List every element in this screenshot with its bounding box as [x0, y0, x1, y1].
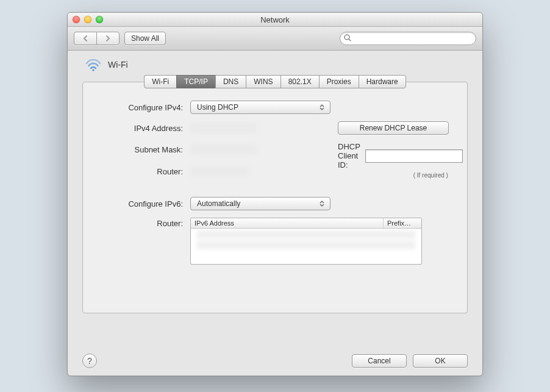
search-input[interactable] [340, 32, 476, 45]
help-button[interactable]: ? [82, 354, 97, 368]
minimize-window-button[interactable] [84, 16, 91, 23]
router-v6-label: Router: [98, 218, 183, 228]
ipv6-row [197, 241, 415, 249]
zoom-window-button[interactable] [96, 16, 103, 23]
dhcp-client-id-label: DHCP Client ID: [338, 142, 360, 169]
configure-ipv4-value: Using DHCP [197, 103, 238, 112]
ipv6-table-header: IPv6 Address Prefix… [191, 218, 421, 229]
bottom-bar: ? Cancel OK [68, 354, 482, 368]
ipv6-row [197, 230, 415, 239]
subnet-mask-value [190, 144, 257, 154]
ipv4-address-value [190, 123, 257, 133]
configure-ipv4-popup[interactable]: Using DHCP [190, 101, 330, 114]
popup-arrows-icon [318, 104, 326, 110]
traffic-lights [68, 16, 103, 23]
pane-body: Wi-Fi Wi-Fi TCP/IP DNS WINS 802.1X Proxi… [68, 51, 482, 376]
ok-button[interactable]: OK [413, 354, 468, 368]
tab-wifi[interactable]: Wi-Fi [144, 75, 176, 88]
ipv6-col-prefix[interactable]: Prefix… [384, 218, 421, 228]
cancel-button[interactable]: Cancel [352, 354, 407, 368]
configure-ipv6-label: Configure IPv6: [98, 199, 183, 208]
toolbar: Show All [68, 27, 482, 51]
interface-name: Wi-Fi [108, 60, 128, 69]
configure-ipv6-value: Automatically [197, 199, 240, 208]
router-v4-value [190, 166, 248, 176]
configure-ipv6-popup[interactable]: Automatically [190, 197, 330, 210]
wifi-icon [85, 58, 102, 71]
chevron-left-icon [83, 35, 88, 41]
ipv6-col-address[interactable]: IPv6 Address [191, 218, 384, 228]
help-icon: ? [87, 356, 92, 366]
search-icon [343, 34, 352, 42]
ipv6-table: IPv6 Address Prefix… [190, 218, 422, 265]
tab-dns[interactable]: DNS [215, 75, 246, 88]
tab-8021x[interactable]: 802.1X [280, 75, 319, 88]
titlebar: Network [68, 13, 482, 27]
close-window-button[interactable] [73, 16, 80, 23]
router-v4-label: Router: [98, 167, 183, 176]
configure-ipv4-label: Configure IPv4: [98, 103, 183, 112]
subnet-mask-label: Subnet Mask: [98, 145, 183, 154]
search-wrap [340, 32, 476, 45]
interface-header: Wi-Fi [85, 58, 468, 71]
ipv4-address-label: IPv4 Address: [98, 124, 183, 133]
tabstrip: Wi-Fi TCP/IP DNS WINS 802.1X Proxies Har… [82, 75, 468, 88]
renew-dhcp-lease-button[interactable]: Renew DHCP Lease [338, 121, 449, 135]
popup-arrows-icon [318, 201, 326, 207]
chevron-right-icon [105, 35, 110, 41]
dhcp-client-id-input[interactable] [365, 149, 463, 163]
tab-tcpip[interactable]: TCP/IP [176, 75, 215, 88]
show-all-button[interactable]: Show All [124, 32, 166, 45]
tab-hardware[interactable]: Hardware [359, 75, 406, 88]
tcpip-pane: Configure IPv4: Using DHCP IPv4 Address:… [82, 82, 468, 313]
form-grid: Configure IPv4: Using DHCP IPv4 Address:… [98, 101, 452, 265]
svg-line-1 [349, 39, 351, 41]
tab-proxies[interactable]: Proxies [319, 75, 359, 88]
window-title: Network [68, 15, 482, 24]
preferences-window: Network Show All [67, 12, 483, 376]
svg-point-2 [92, 69, 94, 71]
forward-button[interactable] [96, 32, 120, 45]
nav-buttons [74, 32, 120, 45]
if-required-hint: ( If required ) [413, 172, 448, 179]
back-button[interactable] [74, 32, 96, 45]
tab-wins[interactable]: WINS [246, 75, 280, 88]
ipv6-table-body[interactable] [191, 230, 421, 264]
